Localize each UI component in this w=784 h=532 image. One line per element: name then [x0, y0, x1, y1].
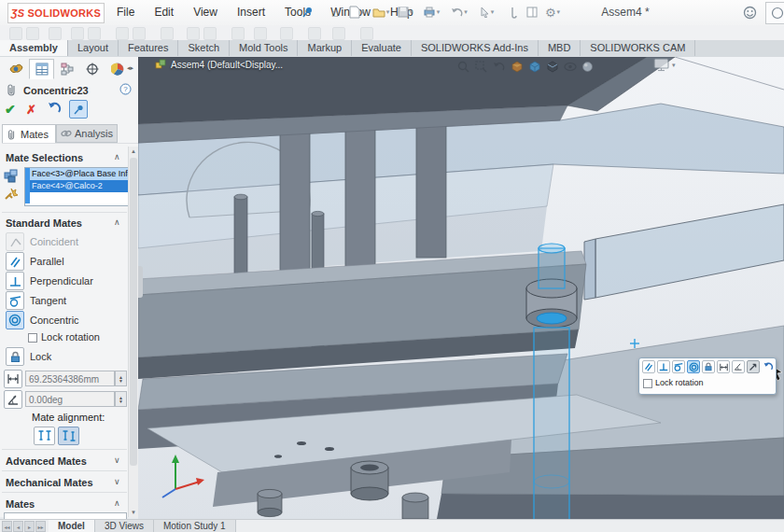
hide-show-items-icon[interactable] — [562, 59, 578, 75]
lock-rotation-checkbox[interactable] — [28, 333, 37, 343]
zoom-to-area-icon[interactable] — [473, 59, 489, 75]
undo-icon[interactable]: ▾ — [450, 3, 469, 21]
tab-solidworks-add-ins[interactable]: SOLIDWORKS Add-Ins — [412, 40, 539, 56]
property-manager-tab-icon[interactable] — [29, 59, 54, 79]
return-pin-bushing[interactable] — [402, 493, 428, 519]
ctx-lock-icon[interactable] — [702, 360, 715, 373]
angle-mate-icon[interactable] — [4, 390, 22, 409]
print-icon[interactable]: ▾ — [422, 3, 441, 21]
distance-spinner[interactable]: ▲▼ — [115, 371, 127, 386]
monitor-dropdown-icon[interactable]: ▾ — [672, 62, 676, 69]
tab-scroll-right-icon[interactable]: ▸ — [24, 521, 35, 532]
3d-views-tab[interactable]: 3D Views — [95, 520, 154, 532]
new-document-icon[interactable]: ▾ — [347, 3, 366, 21]
ctx-undo-icon[interactable] — [762, 360, 775, 373]
concentric-mate-icon[interactable] — [6, 311, 24, 329]
help-icon[interactable]: ? — [119, 83, 132, 97]
tab-mold-tools[interactable]: Mold Tools — [230, 40, 298, 56]
advanced-mates-header[interactable]: Advanced Mates — [6, 455, 87, 467]
attachment-icon[interactable] — [504, 3, 523, 21]
feature-manager-tab-icon[interactable] — [4, 59, 29, 79]
tab-features[interactable]: Features — [119, 40, 178, 56]
help-circle-icon[interactable] — [765, 2, 784, 24]
distance-mate-icon[interactable] — [4, 370, 22, 388]
panel-tab-arrows[interactable]: ◂▸ — [127, 64, 133, 72]
ctx-perpendicular-icon[interactable] — [657, 360, 670, 373]
open-document-icon[interactable]: ▾ — [371, 3, 390, 21]
tab-markup[interactable]: Markup — [298, 40, 352, 56]
tab-analysis[interactable]: Analysis — [56, 124, 118, 143]
tab-evaluate[interactable]: Evaluate — [352, 40, 412, 56]
mechanical-mates-header[interactable]: Mechanical Mates — [6, 477, 93, 488]
expand-chevron-icon[interactable]: ∨ — [114, 477, 120, 486]
pin-menu-icon[interactable] — [299, 3, 317, 21]
ctx-tangent-icon[interactable] — [672, 360, 685, 373]
lock-mate-icon[interactable] — [6, 347, 24, 366]
collapse-chevron-icon[interactable]: ∧ — [114, 217, 120, 227]
tab-solidworks-cam[interactable]: SOLIDWORKS CAM — [581, 40, 695, 56]
scrollbar-thumb[interactable] — [130, 158, 137, 466]
feedback-smiley-icon[interactable] — [740, 3, 759, 21]
anti-aligned-button[interactable] — [58, 427, 79, 445]
zoom-to-fit-icon[interactable] — [455, 59, 471, 75]
selected-face-1[interactable]: Face<3>@Placa Base Inferi — [30, 168, 129, 180]
lower-right-plate-bottom[interactable] — [437, 494, 784, 519]
menu-insert[interactable]: Insert — [229, 0, 273, 25]
scroll-up-icon[interactable]: ▲ — [129, 147, 138, 156]
tab-assembly[interactable]: Assembly — [0, 40, 68, 56]
menu-edit[interactable]: Edit — [146, 0, 182, 25]
menu-view[interactable]: View — [185, 0, 226, 25]
mate-selection-listbox[interactable]: Face<3>@Placa Base Inferi Face<4>@Calco-… — [24, 167, 129, 206]
aligned-button[interactable] — [34, 427, 55, 445]
smart-mate-icon[interactable] — [4, 187, 20, 203]
appearance-icon[interactable] — [580, 59, 595, 75]
configuration-manager-tab-icon[interactable] — [54, 59, 79, 79]
coincident-mate-icon[interactable] — [6, 232, 24, 251]
home-icon[interactable]: ⌂ — [326, 3, 344, 21]
collapse-chevron-icon[interactable]: ∧ — [114, 498, 120, 508]
assembly-3d-model[interactable] — [138, 57, 784, 519]
undo-button[interactable] — [47, 102, 62, 117]
return-pin-bushing[interactable] — [258, 489, 282, 516]
ctx-distance-icon[interactable] — [717, 360, 730, 373]
view-orientation-icon[interactable] — [526, 59, 542, 75]
standard-mates-header[interactable]: Standard Mates — [6, 217, 82, 229]
angle-spinner[interactable]: ▲▼ — [115, 391, 127, 407]
previous-view-icon[interactable] — [491, 59, 507, 75]
select-icon[interactable]: ▾ — [478, 3, 497, 21]
ctx-concentric-icon[interactable] — [687, 360, 700, 373]
tab-scroll-first-icon[interactable]: ◂◂ — [2, 521, 12, 532]
angle-value-field[interactable]: 0.00deg — [25, 391, 115, 407]
view-settings-monitor-icon[interactable] — [653, 57, 669, 73]
task-pane-icon[interactable] — [523, 3, 541, 21]
mate-selections-header[interactable]: Mate Selections — [6, 152, 83, 163]
graphics-viewport[interactable]: Assem4 (Default<Display... ▾ Lock rotati… — [138, 57, 784, 519]
cancel-button[interactable]: ✗ — [26, 103, 36, 117]
scroll-down-icon[interactable]: ▼ — [129, 508, 138, 517]
keep-visible-pin-button[interactable] — [69, 100, 88, 119]
ctx-angle-icon[interactable] — [732, 360, 745, 373]
expand-chevron-icon[interactable]: ∨ — [114, 455, 120, 465]
tangent-mate-icon[interactable] — [6, 291, 24, 310]
display-style-icon[interactable] — [544, 59, 560, 75]
save-icon[interactable]: ▾ — [396, 3, 414, 21]
perpendicular-mate-icon[interactable] — [6, 272, 24, 290]
viewport-breadcrumb[interactable]: Assem4 (Default<Display... — [155, 59, 283, 70]
mates-list-header[interactable]: Mates — [6, 498, 35, 510]
collapse-chevron-icon[interactable]: ∧ — [114, 152, 120, 161]
right-glass-beam-endcap[interactable] — [584, 239, 595, 300]
dimxpert-manager-tab-icon[interactable] — [79, 59, 105, 79]
model-tab[interactable]: Model — [49, 520, 95, 532]
ok-button[interactable]: ✔ — [5, 102, 16, 117]
tab-layout[interactable]: Layout — [68, 40, 119, 56]
tab-mates[interactable]: Mates — [2, 124, 56, 143]
solidworks-logo[interactable]: ƷS SOLIDWORKS — [7, 3, 105, 23]
tab-scroll-left-icon[interactable]: ◂ — [13, 521, 23, 532]
panel-scrollbar[interactable]: ▲ ▼ — [128, 147, 138, 517]
selected-pin-component[interactable] — [526, 244, 577, 519]
tab-scroll-last-icon[interactable]: ▸▸ — [35, 521, 46, 532]
options-gear-icon[interactable]: ⚙▾ — [543, 3, 562, 21]
parallel-mate-icon[interactable] — [6, 252, 24, 271]
section-view-icon[interactable] — [509, 59, 525, 75]
ctx-lock-rotation-checkbox[interactable] — [643, 379, 652, 388]
